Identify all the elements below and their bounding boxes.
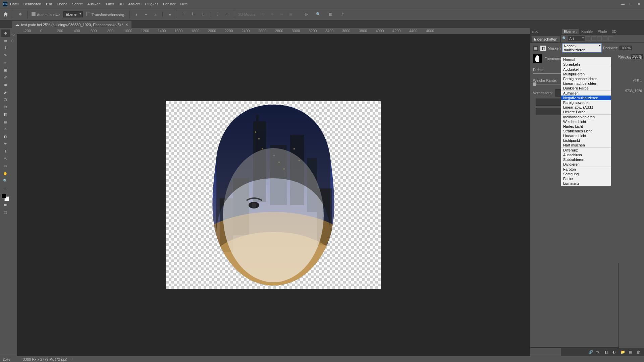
blend-option[interactable]: Subtrahieren xyxy=(561,157,611,162)
blend-option[interactable]: Lichtpunkt xyxy=(561,138,611,143)
quickmask-toggle[interactable]: ◙ xyxy=(1,201,10,208)
blend-option[interactable]: Linear abw. (Add.) xyxy=(561,105,611,110)
blend-option[interactable]: Normal xyxy=(561,57,611,62)
blend-option[interactable]: Dividieren xyxy=(561,162,611,167)
menu-select[interactable]: Auswahl xyxy=(87,2,101,6)
menu-type[interactable]: Schrift xyxy=(72,2,83,6)
marquee-tool[interactable]: ▭ xyxy=(1,37,10,44)
blur-tool[interactable]: ○ xyxy=(1,125,10,133)
pen-tool[interactable]: ✒ xyxy=(1,140,10,147)
menu-image[interactable]: Bild xyxy=(46,2,52,6)
move-tool[interactable]: ✥ xyxy=(1,29,10,37)
document-tab[interactable]: ☁ test.psdc bei 25% (buildings-936589_19… xyxy=(12,21,131,28)
search-app-icon[interactable]: 🔍 xyxy=(315,11,321,17)
dodge-tool[interactable]: ◐ xyxy=(1,133,10,140)
new-group-icon[interactable]: 📁 xyxy=(621,350,625,355)
add-mask-icon[interactable]: ◧ xyxy=(604,350,609,355)
blend-option[interactable]: Lineares Licht xyxy=(561,133,611,138)
align-right-icon[interactable]: ⫠ xyxy=(152,11,158,17)
blend-option[interactable]: Aufhellen xyxy=(561,91,611,96)
blend-option[interactable]: Sprenkeln xyxy=(561,62,611,67)
quick-select-tool[interactable]: ✎ xyxy=(1,52,10,59)
blend-option[interactable]: Weiches Licht xyxy=(561,119,611,124)
menu-window[interactable]: Fenster xyxy=(163,2,175,6)
align-left-icon[interactable]: ⫞ xyxy=(133,11,140,17)
blend-option[interactable]: Negativ multiplizieren xyxy=(561,96,611,100)
minimize-button[interactable]: — xyxy=(621,2,625,6)
lasso-tool[interactable]: ⌇ xyxy=(1,44,10,52)
menu-layer[interactable]: Ebene xyxy=(57,2,67,6)
collapse-panel-icon[interactable]: « xyxy=(532,30,534,34)
menu-plugins[interactable]: Plug-ins xyxy=(145,2,158,6)
filter-type-icon[interactable] xyxy=(597,36,602,41)
blend-option[interactable]: Multiplizieren xyxy=(561,72,611,76)
filter-shape-icon[interactable] xyxy=(603,36,607,41)
tab-3d[interactable]: 3D xyxy=(610,29,619,34)
frame-tool[interactable]: ⊞ xyxy=(1,66,10,74)
close-tab-icon[interactable]: ✕ xyxy=(125,23,128,26)
blend-option[interactable]: Farbig abwedeln xyxy=(561,100,611,105)
align-bottom-icon[interactable]: ⊥ xyxy=(200,11,206,17)
filter-smart-icon[interactable] xyxy=(608,36,613,41)
blend-option[interactable]: Linear nachbelichten xyxy=(561,81,611,86)
blend-option[interactable]: Differenz xyxy=(561,148,611,153)
eraser-tool[interactable]: ◧ xyxy=(1,111,10,118)
blend-option[interactable]: Hart mischen xyxy=(561,143,611,147)
pixel-mask-icon[interactable]: ▦ xyxy=(533,46,538,51)
blend-mode-dropdown[interactable]: NormalSprenkelnAbdunkelnMultiplizierenFa… xyxy=(561,57,611,186)
layer-fx-icon[interactable]: fx xyxy=(596,350,601,355)
blend-option[interactable]: Farbig nachbelichten xyxy=(561,76,611,81)
align-top-icon[interactable]: ⊤ xyxy=(181,11,187,17)
transform-controls-checkbox[interactable]: Transformationsstrg. xyxy=(86,12,125,17)
history-brush-tool[interactable]: ↻ xyxy=(1,103,10,111)
blend-mode-select[interactable]: Negativ multiplizieren xyxy=(562,43,602,53)
menu-file[interactable]: Datei xyxy=(10,2,19,6)
blend-option[interactable]: Hartes Licht xyxy=(561,124,611,129)
home-button[interactable] xyxy=(3,11,9,17)
more-options-icon[interactable]: ⋯ xyxy=(224,11,230,17)
opacity-value[interactable]: 100% xyxy=(620,46,632,50)
auto-select-checkbox[interactable]: Autom. ausw.: xyxy=(32,12,60,17)
adjustment-layer-icon[interactable]: ◐ xyxy=(612,350,617,355)
menu-view[interactable]: Ansicht xyxy=(128,2,140,6)
filter-adjust-icon[interactable] xyxy=(591,36,596,41)
color-swatches[interactable] xyxy=(2,194,9,201)
mask-thumbnail[interactable] xyxy=(533,54,542,63)
document-canvas[interactable] xyxy=(166,101,381,289)
close-window-button[interactable]: ✕ xyxy=(637,2,641,6)
zoom-tool[interactable]: 🔍 xyxy=(1,177,10,184)
align-middle-icon[interactable]: ⊢ xyxy=(191,11,197,17)
path-select-tool[interactable]: ↖ xyxy=(1,155,10,162)
workspace-icon[interactable]: ▥ xyxy=(327,11,333,17)
new-layer-icon[interactable]: ▦ xyxy=(629,350,633,355)
blend-option[interactable]: Farbton xyxy=(561,167,611,172)
auto-select-target[interactable]: Ebene xyxy=(63,11,83,17)
link-layers-icon[interactable]: 🔗 xyxy=(588,350,593,355)
distribute-icon[interactable]: ≡ xyxy=(167,11,173,17)
tab-paths[interactable]: Pfade xyxy=(595,29,609,34)
close-panel-icon[interactable]: ✕ xyxy=(535,30,538,34)
blend-option[interactable]: Luminanz xyxy=(561,181,611,186)
align-center-h-icon[interactable]: ⫟ xyxy=(143,11,149,17)
delete-layer-icon[interactable]: 🗑 xyxy=(637,350,641,355)
blend-option[interactable]: Strahlendes Licht xyxy=(561,129,611,133)
menu-edit[interactable]: Bearbeiten xyxy=(23,2,41,6)
maximize-button[interactable]: ☐ xyxy=(629,2,633,6)
blend-option[interactable]: Farbe xyxy=(561,176,611,181)
canvas-background[interactable] xyxy=(17,34,530,356)
menu-3d[interactable]: 3D xyxy=(119,2,123,6)
blend-option[interactable]: Ineinanderkopieren xyxy=(561,115,611,119)
shape-tool[interactable]: ▭ xyxy=(1,162,10,170)
type-tool[interactable]: T xyxy=(1,147,10,155)
tab-properties[interactable]: Eigenschaften xyxy=(532,36,560,42)
blend-option[interactable]: Ausschluss xyxy=(561,153,611,157)
share-icon[interactable]: ⇪ xyxy=(339,11,345,17)
cloud-docs-icon[interactable]: ◎ xyxy=(303,11,309,17)
blend-option[interactable]: Sättigung xyxy=(561,172,611,176)
screenmode-toggle[interactable]: ▢ xyxy=(1,208,10,216)
search-icon[interactable]: 🔍 xyxy=(562,36,567,41)
edit-toolbar[interactable]: ⋯ xyxy=(1,184,10,192)
zoom-level[interactable]: 25% xyxy=(3,357,19,361)
gradient-tool[interactable]: ▦ xyxy=(1,118,10,125)
blend-option[interactable]: Hellere Farbe xyxy=(561,110,611,114)
